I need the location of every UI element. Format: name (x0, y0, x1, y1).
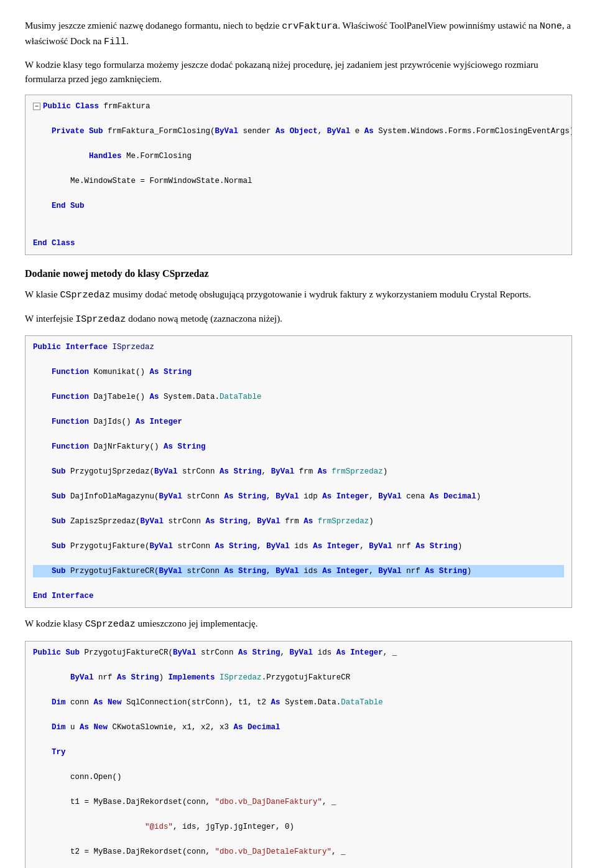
code-block-3: Public Sub PrzygotujFaktureCR(ByVal strC… (25, 641, 572, 869)
p5-code: CSprzedaz (85, 619, 136, 630)
p4-start: W interfejsie (25, 314, 75, 324)
p3-start: W klasie (25, 289, 60, 299)
p1-code1: crvFaktura (282, 21, 338, 32)
p5-rest: umieszczono jej implementację. (136, 618, 258, 628)
p1-code2: None (540, 21, 562, 32)
section-heading-1: Dodanie nowej metody do klasy CSprzedaz (25, 266, 572, 281)
paragraph-4: W interfejsie ISprzedaz dodano nową meto… (25, 312, 572, 327)
paragraph-5: W kodzie klasy CSprzedaz umieszczono jej… (25, 617, 572, 632)
paragraph-1: Musimy jeszcze zmienić nazwę dodanego fo… (25, 19, 572, 49)
highlighted-line: Sub PrzygotujFaktureCR(ByVal strConn As … (33, 565, 564, 577)
collapse-icon[interactable]: − (33, 103, 40, 110)
code-block-2: Public Interface ISprzedaz Function Komu… (25, 335, 572, 608)
p4-rest: dodano nową metodę (zaznaczona niżej). (126, 314, 282, 324)
p1-code3: Fill (104, 37, 126, 47)
code-block-1: −Public Class frmFaktura Private Sub frm… (25, 95, 572, 255)
p3-rest: musimy dodać metodę obsługującą przygoto… (110, 289, 531, 299)
code-line: End Sub (33, 200, 564, 212)
p1-rest3: . (126, 36, 129, 46)
code-line: End Class (33, 237, 564, 250)
code-line: Handles Me.FormClosing (33, 150, 564, 162)
p4-code: ISprzedaz (75, 314, 126, 325)
paragraph-2: W kodzie klasy tego formularza możemy je… (25, 58, 572, 86)
p3-code: CSprzedaz (60, 290, 110, 301)
p1-rest: . Właściwość ToolPanelView powinniśmy us… (338, 21, 540, 30)
paragraph-3: W klasie CSprzedaz musimy dodać metodę o… (25, 287, 572, 303)
code-line: Private Sub frmFaktura_FormClosing(ByVal… (33, 125, 564, 138)
code-line: Me.WindowState = FormWindowState.Normal (33, 175, 564, 187)
p1-text: Musimy jeszcze zmienić nazwę dodanego fo… (25, 21, 282, 30)
p2-text: W kodzie klasy tego formularza możemy je… (25, 60, 539, 84)
code-line: −Public Class frmFaktura (33, 100, 564, 113)
p5-start: W kodzie klasy (25, 618, 85, 628)
